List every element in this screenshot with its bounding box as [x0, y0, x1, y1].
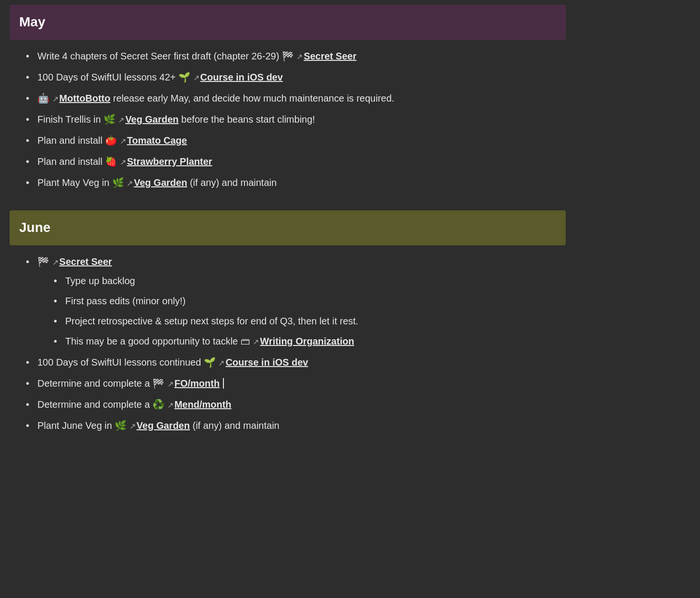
- link-may-7[interactable]: Veg Garden: [134, 177, 187, 188]
- section-content-may: Write 4 chapters of Secret Seer first dr…: [10, 48, 566, 210]
- list-item-june-1: 🏁 ↗Secret SeerType up backlogFirst pass …: [24, 254, 561, 349]
- list-item-may-3: 🤖 ↗MottoBotto release early May, and dec…: [24, 91, 561, 106]
- list-june: 🏁 ↗Secret SeerType up backlogFirst pass …: [14, 254, 561, 433]
- item-text-may-1: Write 4 chapters of Secret Seer first dr…: [37, 51, 296, 61]
- list-item-june-1-4: This may be a good opportunity to tackle…: [52, 334, 561, 349]
- arrow-may-7: ↗: [127, 179, 133, 187]
- arrow-may-4: ↗: [118, 116, 124, 124]
- list-item-june-5: Plant June Veg in 🌿 ↗Veg Garden (if any)…: [24, 418, 561, 433]
- arrow-may-5: ↗: [120, 137, 126, 145]
- link-june-4[interactable]: Mend/month: [175, 399, 232, 410]
- link-june-1-4[interactable]: Writing Organization: [260, 336, 354, 346]
- link-june-1[interactable]: Secret Seer: [59, 256, 112, 267]
- link-june-3[interactable]: FO/month: [175, 378, 220, 389]
- list-item-june-4: Determine and complete a ♻️ ↗Mend/month: [24, 397, 561, 412]
- list-may: Write 4 chapters of Secret Seer first dr…: [14, 48, 561, 190]
- arrow-june-3: ↗: [167, 380, 174, 388]
- link-may-1[interactable]: Secret Seer: [303, 51, 356, 61]
- list-item-may-5: Plan and install 🍅 ↗Tomato Cage: [24, 133, 561, 148]
- arrow-may-6: ↗: [120, 158, 126, 166]
- item-text-may-6: Plan and install 🍓: [37, 156, 120, 167]
- item-text-may-5: Plan and install 🍅: [37, 135, 120, 146]
- link-may-5[interactable]: Tomato Cage: [127, 135, 187, 146]
- subitem-text-june-1-3: Project retrospective & setup next steps…: [65, 316, 358, 326]
- item-text-may-2: 100 Days of SwiftUI lessons 42+ 🌱: [37, 72, 193, 82]
- text-cursor: [220, 378, 224, 389]
- list-item-may-1: Write 4 chapters of Secret Seer first dr…: [24, 48, 561, 64]
- subitem-text-june-1-1: Type up backlog: [65, 276, 135, 286]
- arrow-june-1-4: ↗: [253, 338, 259, 346]
- section-header-june: June: [10, 210, 566, 245]
- item-suffix-may-4: before the beans start climbing!: [179, 114, 315, 125]
- list-item-may-7: Plant May Veg in 🌿 ↗Veg Garden (if any) …: [24, 175, 561, 190]
- link-june-5[interactable]: Veg Garden: [137, 420, 190, 431]
- list-item-june-3: Determine and complete a 🏁 ↗FO/month: [24, 376, 561, 391]
- list-item-may-2: 100 Days of SwiftUI lessons 42+ 🌱 ↗Cours…: [24, 69, 561, 85]
- arrow-june-4: ↗: [167, 401, 174, 409]
- link-may-3[interactable]: MottoBotto: [59, 93, 111, 104]
- arrow-may-2: ↗: [193, 74, 199, 82]
- list-item-june-1-3: Project retrospective & setup next steps…: [52, 313, 561, 329]
- item-text-june-5: Plant June Veg in 🌿: [37, 420, 129, 431]
- list-item-june-1-1: Type up backlog: [52, 273, 561, 288]
- list-item-june-1-2: First pass edits (minor only!): [52, 293, 561, 309]
- item-text-may-3: 🤖: [37, 93, 52, 104]
- arrow-june-2: ↗: [218, 359, 224, 367]
- sublist-june-1: Type up backlogFirst pass edits (minor o…: [37, 273, 561, 349]
- link-may-2[interactable]: Course in iOS dev: [200, 72, 283, 82]
- section-header-may: May: [10, 5, 566, 40]
- list-item-may-6: Plan and install 🍓 ↗Strawberry Planter: [24, 154, 561, 169]
- arrow-may-1: ↗: [296, 53, 303, 61]
- item-text-june-3: Determine and complete a 🏁: [37, 378, 167, 389]
- list-item-may-4: Finish Trellis in 🌿 ↗Veg Garden before t…: [24, 112, 561, 127]
- item-text-june-4: Determine and complete a ♻️: [37, 399, 167, 410]
- link-june-2[interactable]: Course in iOS dev: [225, 357, 308, 368]
- list-item-june-2: 100 Days of SwiftUI lessons continued 🌱 …: [24, 355, 561, 370]
- item-text-june-1: 🏁: [37, 256, 52, 267]
- subitem-text-june-1-4: This may be a good opportunity to tackle…: [65, 336, 253, 346]
- arrow-june-1: ↗: [52, 258, 58, 266]
- item-text-may-4: Finish Trellis in 🌿: [37, 114, 118, 125]
- arrow-may-3: ↗: [52, 95, 58, 103]
- section-title-june: June: [19, 217, 556, 239]
- arrow-june-5: ↗: [129, 422, 136, 430]
- subitem-text-june-1-2: First pass edits (minor only!): [65, 296, 186, 306]
- section-title-may: May: [19, 12, 556, 33]
- item-text-may-7: Plant May Veg in 🌿: [37, 177, 127, 188]
- link-may-4[interactable]: Veg Garden: [125, 114, 178, 125]
- item-suffix-may-7: (if any) and maintain: [187, 177, 277, 188]
- item-text-june-2: 100 Days of SwiftUI lessons continued 🌱: [37, 357, 218, 368]
- section-content-june: 🏁 ↗Secret SeerType up backlogFirst pass …: [10, 254, 566, 453]
- link-may-6[interactable]: Strawberry Planter: [127, 156, 212, 167]
- page-container: MayWrite 4 chapters of Secret Seer first…: [0, 0, 575, 472]
- item-suffix-may-3: release early May, and decide how much m…: [110, 93, 394, 104]
- item-suffix-june-5: (if any) and maintain: [190, 420, 280, 431]
